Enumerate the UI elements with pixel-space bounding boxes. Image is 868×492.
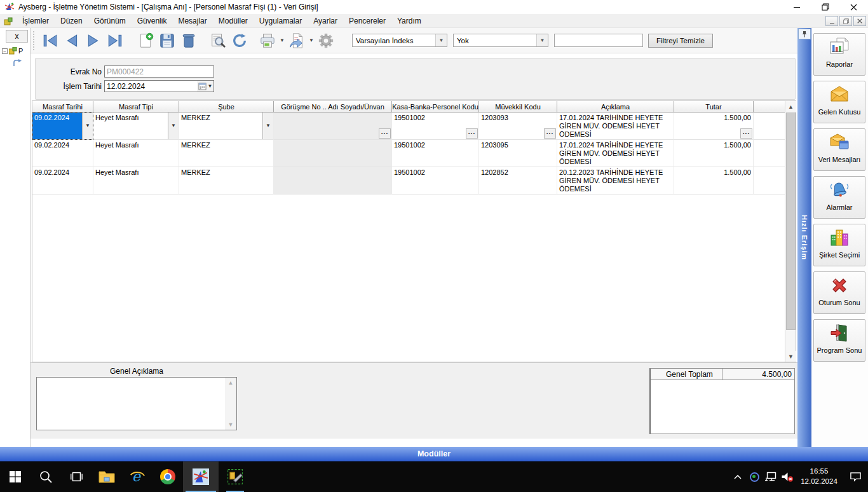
mdi-restore-button[interactable] [839, 16, 852, 26]
cell-tutar[interactable]: 1.500,00 ... [674, 113, 754, 140]
taskbar-clock[interactable]: 16:55 12.02.2024 [796, 467, 843, 486]
masraf-tipi-dropdown-button[interactable]: ▼ [168, 113, 179, 139]
menu-yardim[interactable]: Yardım [391, 15, 427, 27]
quick-access-tab[interactable]: Hızlı Erişim [797, 28, 811, 447]
chrome-button[interactable] [153, 461, 183, 492]
index-combo[interactable]: Varsayılan İndeks ▼ [352, 34, 447, 47]
cell-masraf-tipi[interactable]: Heyet Masrafı [93, 140, 179, 167]
network-tray-button[interactable] [763, 461, 779, 492]
tray-chevron-button[interactable] [729, 461, 746, 492]
cell-masraf-tarihi[interactable]: 09.02.2024 [32, 167, 93, 195]
minimize-button[interactable] [782, 0, 811, 14]
chevron-up-icon[interactable]: ▲ [225, 378, 236, 388]
tree-child-node[interactable] [13, 58, 23, 68]
col-header-masraf-tarihi[interactable]: Masraf Tarihi [32, 101, 93, 113]
cell-tutar[interactable]: 1.500,00 [674, 140, 754, 167]
evrak-no-input[interactable] [104, 65, 214, 78]
pin-button[interactable] [798, 29, 811, 39]
cell-masraf-tipi[interactable]: Heyet Masrafı ▼ [93, 113, 179, 140]
cell-masraf-tarihi[interactable]: 09.02.2024 [32, 140, 93, 167]
table-row[interactable]: 09.02.2024 Heyet Masrafı MERKEZ 19501002… [32, 140, 796, 167]
kasa-lookup-button[interactable]: ... [466, 128, 478, 139]
security-tray-button[interactable] [746, 461, 763, 492]
sube-dropdown-button[interactable]: ▼ [262, 113, 273, 139]
islem-tarihi-field[interactable]: ▼ [104, 80, 214, 92]
cell-tutar[interactable]: 1.500,00 [674, 167, 754, 195]
cell-gorusme[interactable] [274, 140, 392, 167]
gelen-kutusu-button[interactable]: Gelen Kutusu [813, 81, 865, 123]
col-header-kasa-banka[interactable]: Kasa-Banka-Personel Kodu [392, 101, 479, 113]
volume-tray-button[interactable] [779, 461, 796, 492]
col-header-gorusme[interactable]: Görüşme No .. Adı Soyadı/Ünvan [274, 101, 392, 113]
delete-button[interactable] [178, 31, 200, 51]
oturum-sonu-button[interactable]: Oturum Sonu [813, 271, 865, 314]
new-record-button[interactable] [135, 31, 156, 51]
print-dropdown-arrow[interactable]: ▼ [278, 31, 286, 51]
previous-record-button[interactable] [61, 31, 83, 51]
filter-combo[interactable]: Yok ▼ [453, 34, 548, 47]
export-dropdown-arrow[interactable]: ▼ [308, 31, 315, 51]
gorusme-lookup-button[interactable]: ... [379, 128, 391, 139]
table-row[interactable]: 09.02.2024 Heyet Masrafı MERKEZ 19501002… [32, 167, 796, 195]
muvekkil-lookup-button[interactable]: ... [544, 128, 556, 139]
col-header-aciklama[interactable]: Açıklama [557, 101, 674, 113]
col-header-sube[interactable]: Şube [179, 101, 274, 113]
close-button[interactable] [839, 0, 868, 14]
cell-sube[interactable]: MERKEZ [179, 167, 274, 195]
grid-vertical-scrollbar[interactable]: ▲ ▼ [785, 101, 796, 362]
menu-guvenlik[interactable]: Güvenlik [132, 15, 173, 27]
restore-button[interactable] [811, 0, 839, 14]
date-dropdown-button[interactable]: ▼ [82, 113, 93, 139]
cell-sube[interactable]: MERKEZ [179, 140, 274, 167]
filter-combo-dropdown[interactable]: ▼ [536, 34, 548, 46]
internet-explorer-button[interactable]: e [122, 461, 153, 492]
export-button[interactable] [286, 31, 308, 51]
aysberg-app-button[interactable] [183, 461, 219, 492]
table-row[interactable]: 09.02.2024 ▼ Heyet Masrafı ▼ MERKEZ [32, 113, 796, 140]
mdi-close-button[interactable] [853, 16, 866, 26]
save-button[interactable] [156, 31, 178, 51]
sirket-secimi-button[interactable]: Şirket Seçimi [813, 224, 865, 266]
cell-kasa-banka[interactable]: 19501002 [392, 167, 479, 195]
scrollbar-thumb[interactable] [786, 113, 796, 330]
cell-masraf-tipi[interactable]: Heyet Masrafı [93, 167, 179, 195]
genel-aciklama-textarea[interactable] [37, 378, 225, 430]
tree-root-node[interactable]: − P [2, 46, 23, 56]
tutar-lookup-button[interactable]: ... [740, 128, 752, 139]
taskbar-search-button[interactable] [31, 461, 61, 492]
cell-sube[interactable]: MERKEZ ▼ [179, 113, 274, 140]
next-record-button[interactable] [83, 31, 104, 51]
clear-filter-button[interactable]: Filtreyi Temizle [648, 34, 713, 48]
last-record-button[interactable] [104, 31, 126, 51]
task-view-button[interactable] [61, 461, 92, 492]
first-record-button[interactable] [39, 31, 61, 51]
cell-gorusme[interactable]: ... [274, 113, 392, 140]
cell-muvekkil[interactable]: 1203093 ... [479, 113, 557, 140]
cell-muvekkil[interactable]: 1203095 [479, 140, 557, 167]
program-sonu-button[interactable]: Program Sonu [813, 319, 865, 362]
col-header-masraf-tipi[interactable]: Masraf Tipi [93, 101, 179, 113]
settings-button[interactable] [315, 31, 337, 51]
textarea-scrollbar[interactable]: ▲ ▼ [225, 378, 236, 430]
mdi-minimize-button[interactable] [825, 16, 838, 26]
start-button[interactable] [0, 461, 31, 492]
find-button[interactable] [207, 31, 229, 51]
cell-gorusme[interactable] [274, 167, 392, 195]
tree-collapse-icon[interactable]: − [2, 48, 8, 54]
cell-aciklama[interactable]: 17.01.2024 TARİHİNDE HEYETE GİREN MÜV. Ö… [557, 140, 674, 167]
menu-ayarlar[interactable]: Ayarlar [308, 15, 343, 27]
tools-app-button[interactable] [220, 461, 250, 492]
cell-kasa-banka[interactable]: 19501002 [392, 140, 479, 167]
menu-pencereler[interactable]: Pencereler [343, 15, 391, 27]
scroll-up-button[interactable]: ▲ [785, 101, 796, 112]
cell-kasa-banka[interactable]: 19501002 ... [392, 113, 479, 140]
col-header-tutar[interactable]: Tutar [674, 101, 754, 113]
filter-text-input[interactable] [554, 34, 643, 47]
chevron-down-icon[interactable]: ▼ [225, 420, 236, 430]
panel-close-button[interactable]: x [6, 30, 28, 43]
cell-aciklama[interactable]: 17.01.2024 TARİHİNDE HEYETE GİREN MÜV. Ö… [557, 113, 674, 140]
menu-uygulamalar[interactable]: Uygulamalar [254, 15, 308, 27]
menu-duzen[interactable]: Düzen [55, 15, 88, 27]
modules-bar[interactable]: Modüller [0, 447, 868, 461]
index-combo-dropdown[interactable]: ▼ [435, 34, 447, 46]
